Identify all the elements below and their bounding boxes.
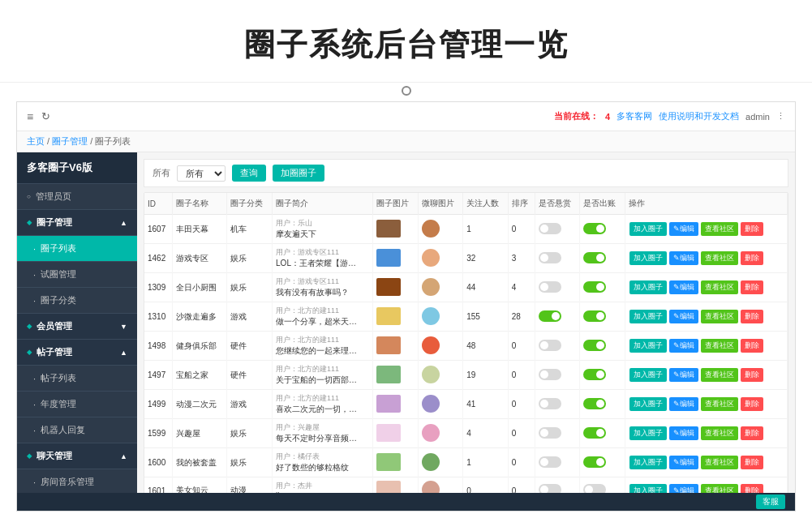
delete-btn[interactable]: 删除	[741, 456, 763, 469]
cell-rank: 0	[508, 390, 535, 419]
account-toggle[interactable]	[583, 427, 606, 439]
reward-toggle[interactable]	[539, 369, 561, 380]
breadcrumb-section[interactable]: 圈子管理	[52, 136, 88, 146]
edit-btn[interactable]: ✎编辑	[669, 456, 698, 469]
view-btn[interactable]: 查看社区	[701, 368, 738, 382]
join-circle-btn[interactable]: 加入圈子	[629, 339, 667, 353]
reward-toggle[interactable]	[539, 310, 561, 322]
reward-toggle[interactable]	[539, 484, 561, 493]
view-btn[interactable]: 查看社区	[701, 456, 738, 469]
account-toggle[interactable]	[583, 252, 606, 263]
refresh-icon[interactable]: ↻	[41, 110, 50, 122]
edit-btn[interactable]: ✎编辑	[669, 310, 698, 323]
add-circle-button[interactable]: 加圈圈子	[273, 165, 324, 182]
view-btn[interactable]: 查看社区	[701, 426, 738, 440]
sidebar-item-music[interactable]: · 房间音乐管理	[17, 469, 137, 493]
admin-button[interactable]: admin	[745, 112, 770, 122]
delete-btn[interactable]: 删除	[741, 426, 763, 440]
delete-btn[interactable]: 删除	[741, 251, 763, 265]
delete-btn[interactable]: 删除	[741, 310, 763, 323]
account-toggle[interactable]	[583, 456, 606, 468]
sidebar-item-admin[interactable]: ○ 管理员页	[17, 184, 137, 210]
view-btn[interactable]: 查看社区	[701, 339, 738, 353]
docs-label[interactable]: 使用说明和开发文档	[659, 110, 739, 122]
edit-btn[interactable]: ✎编辑	[669, 426, 698, 440]
table-row: 1310沙微走遍多游戏用户：北方的建111做一个分享，超米天天有有15528 加…	[144, 302, 788, 332]
cell-thumb	[372, 361, 418, 390]
edit-btn[interactable]: ✎编辑	[669, 280, 698, 294]
join-circle-btn[interactable]: 加入圈子	[629, 426, 667, 440]
cell-rank: 0	[508, 215, 535, 244]
join-circle-btn[interactable]: 加入圈子	[629, 222, 667, 236]
table-row: 1601美女知云动漫用户：杰井ji00 加入圈子 ✎编辑 查看社区 删除	[144, 477, 788, 494]
sidebar-section-member[interactable]: ◆ 会员管理 ▼	[17, 314, 137, 340]
account-toggle[interactable]	[583, 369, 606, 380]
cell-account	[580, 215, 625, 244]
reward-toggle[interactable]	[539, 223, 561, 234]
account-toggle[interactable]	[583, 281, 606, 293]
delete-btn[interactable]: 删除	[741, 280, 763, 294]
sidebar-item-post-list[interactable]: · 帖子列表	[17, 366, 137, 392]
customer-service-label[interactable]: 客服	[756, 494, 785, 509]
join-circle-btn[interactable]: 加入圈子	[629, 397, 667, 411]
join-circle-btn[interactable]: 加入圈子	[629, 368, 667, 382]
search-button[interactable]: 查询	[232, 165, 266, 182]
main-content: 所有 所有 娱乐 游戏 硬件 动漫 机车 查询 加圈圈子	[137, 152, 795, 493]
edit-btn[interactable]: ✎编辑	[669, 368, 698, 382]
account-toggle[interactable]	[583, 484, 606, 493]
sidebar-item-label: 圈子分类	[41, 294, 76, 306]
site-name[interactable]: 多客客网	[617, 110, 652, 122]
sidebar-section-post[interactable]: ◆ 帖子管理 ▲	[17, 340, 137, 366]
cell-rank: 0	[508, 332, 535, 361]
delete-btn[interactable]: 删除	[741, 339, 763, 353]
account-toggle[interactable]	[583, 223, 606, 234]
join-circle-btn[interactable]: 加入圈子	[629, 310, 667, 323]
cell-avatar	[418, 302, 463, 332]
sidebar-sub-icon: ·	[33, 270, 36, 280]
sidebar-section-circle[interactable]: ◆ 圈子管理 ▲	[17, 210, 137, 236]
cell-followers: 0	[463, 477, 509, 494]
account-toggle[interactable]	[583, 310, 606, 322]
cell-account	[580, 390, 625, 419]
more-button[interactable]: ⋮	[776, 111, 785, 122]
sidebar-item-circle-list[interactable]: · 圈子列表	[17, 236, 137, 262]
sidebar-item-annual[interactable]: · 年度管理	[17, 392, 137, 417]
delete-btn[interactable]: 删除	[741, 484, 763, 494]
reward-toggle[interactable]	[539, 427, 561, 439]
view-btn[interactable]: 查看社区	[701, 222, 738, 236]
join-circle-btn[interactable]: 加入圈子	[629, 251, 667, 265]
edit-btn[interactable]: ✎编辑	[669, 251, 698, 265]
edit-btn[interactable]: ✎编辑	[669, 339, 698, 353]
breadcrumb-home[interactable]: 主页	[27, 136, 45, 146]
view-btn[interactable]: 查看社区	[701, 280, 738, 294]
view-btn[interactable]: 查看社区	[701, 310, 738, 323]
filter-label: 所有	[153, 167, 170, 179]
account-toggle[interactable]	[583, 398, 606, 409]
account-toggle[interactable]	[583, 340, 606, 351]
view-btn[interactable]: 查看社区	[701, 484, 738, 494]
sidebar-item-robot[interactable]: · 机器人回复	[17, 417, 137, 443]
view-btn[interactable]: 查看社区	[701, 397, 738, 411]
sidebar-item-trial[interactable]: · 试圈管理	[17, 262, 137, 288]
join-circle-btn[interactable]: 加入圈子	[629, 484, 667, 494]
sidebar-section-chat[interactable]: ◆ 聊天管理 ▲	[17, 443, 137, 469]
edit-btn[interactable]: ✎编辑	[669, 397, 698, 411]
view-btn[interactable]: 查看社区	[701, 251, 738, 265]
reward-toggle[interactable]	[539, 456, 561, 468]
edit-btn[interactable]: ✎编辑	[669, 222, 698, 236]
category-select[interactable]: 所有 娱乐 游戏 硬件 动漫 机车	[177, 165, 226, 182]
delete-btn[interactable]: 删除	[741, 368, 763, 382]
reward-toggle[interactable]	[539, 281, 561, 293]
reward-toggle[interactable]	[539, 340, 561, 351]
table-row: 1498健身俱乐部硬件用户：北方的建111您继续您的一起来理辛频480 加入圈子…	[144, 332, 788, 361]
sidebar-item-category[interactable]: · 圈子分类	[17, 288, 137, 314]
delete-btn[interactable]: 删除	[741, 222, 763, 236]
reward-toggle[interactable]	[539, 398, 561, 409]
top-bar: ≡ ↻ 当前在线： 4 多客客网 使用说明和开发文档 admin ⋮	[17, 102, 795, 131]
delete-btn[interactable]: 删除	[741, 397, 763, 411]
join-circle-btn[interactable]: 加入圈子	[629, 280, 667, 294]
reward-toggle[interactable]	[539, 252, 561, 263]
edit-btn[interactable]: ✎编辑	[669, 484, 698, 494]
hamburger-icon[interactable]: ≡	[27, 110, 33, 123]
join-circle-btn[interactable]: 加入圈子	[629, 456, 667, 469]
